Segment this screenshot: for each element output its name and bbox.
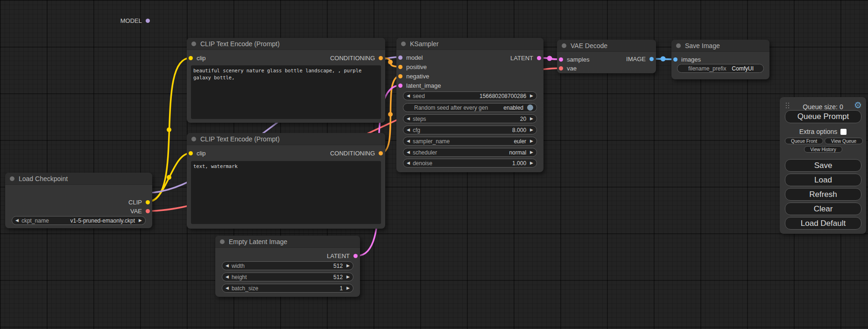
decrement-arrow-icon[interactable]: ◀ [407, 117, 410, 121]
refresh-button[interactable]: Refresh [785, 188, 861, 201]
node-title-bar[interactable]: Load Checkpoint [5, 173, 152, 185]
decrement-arrow-icon[interactable]: ◀ [407, 128, 410, 132]
node-title-bar[interactable]: CLIP Text Encode (Prompt) [187, 133, 385, 145]
conditioning-input-dot[interactable] [398, 74, 402, 78]
node-title-bar[interactable]: Save Image [671, 40, 769, 52]
scheduler-widget[interactable]: ◀ scheduler normal ▶ [403, 148, 537, 157]
sampler-name-widget[interactable]: ◀ sampler_name euler ▶ [403, 137, 537, 146]
decrement-arrow-icon[interactable]: ◀ [407, 139, 410, 143]
increment-arrow-icon[interactable]: ▶ [530, 94, 533, 98]
extra-options-checkbox[interactable] [840, 129, 847, 135]
output-slot-latent[interactable]: LATENT [327, 252, 358, 259]
increment-arrow-icon[interactable]: ▶ [346, 264, 350, 268]
increment-arrow-icon[interactable]: ▶ [530, 128, 533, 132]
node-vae-decode[interactable]: VAE Decode samples vae IMAGE [557, 40, 656, 73]
load-button[interactable]: Load [785, 174, 861, 186]
latent-output-dot[interactable] [537, 56, 541, 60]
model-input-dot[interactable] [398, 56, 402, 60]
output-slot-image[interactable]: IMAGE [626, 56, 654, 63]
conditioning-input-dot[interactable] [398, 65, 402, 69]
node-ksampler[interactable]: KSampler model positive negative latent_… [396, 38, 543, 172]
vae-input-dot[interactable] [559, 66, 563, 70]
filename-prefix-widget[interactable]: filename_prefix ComfyUI [677, 64, 764, 73]
input-slot-samples[interactable]: samples [559, 56, 589, 63]
model-output-dot[interactable] [146, 19, 150, 23]
collapse-dot-icon[interactable] [676, 43, 681, 48]
conditioning-output-dot[interactable] [379, 151, 383, 155]
input-slot-images[interactable]: images [673, 56, 701, 63]
latent-input-dot[interactable] [559, 57, 563, 62]
ckpt-name-widget[interactable]: ◀ ckpt_name v1-5-pruned-emaonly.ckpt ▶ [12, 216, 146, 225]
output-slot-conditioning[interactable]: CONDITIONING [330, 150, 383, 157]
input-slot-negative[interactable]: negative [398, 73, 429, 80]
node-clip-text-encode-negative[interactable]: CLIP Text Encode (Prompt) clip CONDITION… [187, 133, 385, 229]
input-slot-clip[interactable]: clip [189, 150, 206, 157]
output-slot-model[interactable]: MODEL [120, 17, 150, 24]
width-widget[interactable]: ◀ width 512 ▶ [222, 261, 353, 270]
clear-button[interactable]: Clear [785, 203, 861, 215]
view-history-button[interactable]: View History [804, 146, 842, 153]
input-slot-model[interactable]: model [398, 54, 423, 61]
increment-arrow-icon[interactable]: ▶ [530, 161, 533, 165]
save-button[interactable]: Save [785, 159, 861, 172]
queue-panel[interactable]: Queue size: 0 ⚙ Queue Prompt Extra optio… [780, 97, 866, 234]
settings-gear-icon[interactable]: ⚙ [854, 101, 862, 110]
node-title-bar[interactable]: Empty Latent Image [215, 236, 360, 248]
positive-prompt-textarea[interactable]: beautiful scenery nature glass bottle la… [191, 65, 381, 119]
decrement-arrow-icon[interactable]: ◀ [407, 150, 410, 154]
collapse-dot-icon[interactable] [562, 43, 566, 48]
collapse-dot-icon[interactable] [191, 137, 196, 141]
batch-size-widget[interactable]: ◀ batch_size 1 ▶ [222, 284, 353, 293]
input-slot-positive[interactable]: positive [398, 63, 427, 70]
collapse-dot-icon[interactable] [401, 42, 406, 46]
decrement-arrow-icon[interactable]: ◀ [407, 161, 410, 165]
collapse-dot-icon[interactable] [191, 42, 196, 46]
increment-arrow-icon[interactable]: ▶ [346, 286, 350, 290]
node-load-checkpoint[interactable]: Load Checkpoint MODEL CLIP VAE ◀ ckpt_na… [5, 173, 152, 228]
conditioning-output-dot[interactable] [379, 56, 383, 60]
increment-arrow-icon[interactable]: ▶ [139, 218, 142, 223]
steps-widget[interactable]: ◀ steps 20 ▶ [403, 114, 537, 123]
denoise-widget[interactable]: ◀ denoise 1.000 ▶ [403, 159, 537, 168]
input-slot-latent-image[interactable]: latent_image [398, 82, 441, 89]
node-empty-latent-image[interactable]: Empty Latent Image LATENT ◀ width 512 ▶ … [215, 236, 360, 297]
view-queue-button[interactable]: View Queue [825, 138, 863, 144]
queue-front-button[interactable]: Queue Front [785, 138, 823, 144]
collapse-dot-icon[interactable] [220, 239, 225, 244]
toggle-enabled-icon[interactable] [527, 105, 533, 111]
clip-input-dot[interactable] [189, 151, 193, 155]
output-slot-clip[interactable]: CLIP [128, 199, 150, 206]
decrement-arrow-icon[interactable]: ◀ [226, 286, 229, 290]
vae-output-dot[interactable] [146, 209, 150, 213]
input-slot-clip[interactable]: clip [189, 55, 206, 62]
input-slot-vae[interactable]: vae [559, 65, 577, 72]
seed-widget[interactable]: ◀ seed 156680208700286 ▶ [403, 91, 537, 100]
cfg-widget[interactable]: ◀ cfg 8.000 ▶ [403, 126, 537, 134]
node-title-bar[interactable]: VAE Decode [557, 40, 656, 52]
comfyui-canvas[interactable]: { "colors": { "model": "#b39ddb", "clip"… [0, 0, 868, 329]
negative-prompt-textarea[interactable]: text, watermark [191, 161, 381, 224]
height-widget[interactable]: ◀ height 512 ▶ [222, 273, 353, 281]
decrement-arrow-icon[interactable]: ◀ [226, 275, 229, 279]
collapse-dot-icon[interactable] [10, 176, 14, 181]
output-slot-conditioning[interactable]: CONDITIONING [330, 55, 383, 62]
decrement-arrow-icon[interactable]: ◀ [407, 94, 410, 98]
load-default-button[interactable]: Load Default [785, 217, 861, 230]
increment-arrow-icon[interactable]: ▶ [346, 275, 350, 279]
increment-arrow-icon[interactable]: ▶ [530, 139, 533, 143]
increment-arrow-icon[interactable]: ▶ [530, 150, 533, 154]
output-slot-vae[interactable]: VAE [130, 208, 150, 215]
clip-input-dot[interactable] [189, 56, 193, 60]
clip-output-dot[interactable] [146, 200, 150, 204]
node-clip-text-encode-positive[interactable]: CLIP Text Encode (Prompt) clip CONDITION… [187, 38, 385, 123]
image-input-dot[interactable] [673, 57, 677, 62]
latent-output-dot[interactable] [353, 254, 358, 258]
node-save-image[interactable]: Save Image images filename_prefix ComfyU… [671, 40, 769, 79]
random-seed-toggle-widget[interactable]: Random seed after every gen enabled [403, 103, 537, 112]
queue-prompt-button[interactable]: Queue Prompt [785, 110, 861, 123]
decrement-arrow-icon[interactable]: ◀ [226, 264, 229, 268]
decrement-arrow-icon[interactable]: ◀ [15, 218, 19, 223]
node-title-bar[interactable]: CLIP Text Encode (Prompt) [187, 38, 385, 50]
node-title-bar[interactable]: KSampler [396, 38, 543, 50]
increment-arrow-icon[interactable]: ▶ [530, 117, 533, 121]
